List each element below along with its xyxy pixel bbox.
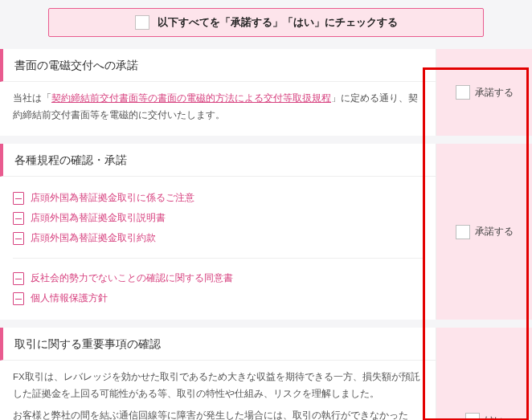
pdf-icon	[13, 292, 24, 305]
section-body: 当社は「契約締結前交付書面等の書面の電磁的方法による交付等取扱規程」に定める通り…	[0, 90, 436, 128]
pdf-icon	[13, 212, 24, 225]
divider	[13, 258, 423, 259]
approve-checkbox[interactable]	[456, 225, 470, 239]
doc-label: 個人情報保護方針	[31, 292, 108, 305]
doc-link[interactable]: 店頭外国為替証拠金取引説明書	[13, 208, 423, 228]
doc-link[interactable]: 店頭外国為替証拠金取引に係るご注意	[13, 188, 423, 208]
approve-box[interactable]: 承諾する	[436, 144, 532, 320]
doc-label: 店頭外国為替証拠金取引に係るご注意	[31, 191, 194, 205]
doc-link[interactable]: 個人情報保護方針	[13, 288, 423, 308]
yes-checkbox[interactable]	[465, 413, 480, 420]
doc-label: 店頭外国為替証拠金取引約款	[31, 231, 156, 245]
section-title: 書面の電磁交付への承諾	[0, 49, 436, 82]
yes-label: はい	[485, 414, 504, 420]
pdf-icon	[13, 232, 24, 245]
doc-link[interactable]: 店頭外国為替証拠金取引約款	[13, 228, 423, 248]
check-all-checkbox[interactable]	[135, 15, 149, 30]
pdf-icon	[13, 272, 24, 285]
doc-link[interactable]: 反社会的勢力でないことの確認に関する同意書	[13, 268, 423, 288]
para: お客様と弊社の間を結ぶ通信回線等に障害が発生した場合には、取引の執行ができなかっ…	[0, 407, 436, 420]
section-title: 各種規程の確認・承諾	[0, 144, 436, 177]
approve-checkbox[interactable]	[456, 85, 470, 100]
doc-list-a: 店頭外国為替証拠金取引に係るご注意 店頭外国為替証拠金取引説明書 店頭外国為替証…	[0, 185, 436, 251]
yes-box[interactable]: はい	[436, 328, 532, 420]
doc-list-b: 反社会的勢力でないことの確認に関する同意書 個人情報保護方針	[0, 265, 436, 312]
doc-label: 店頭外国為替証拠金取引説明書	[31, 211, 166, 225]
pdf-icon	[13, 192, 24, 205]
section-title: 取引に関する重要事項の確認	[0, 328, 436, 361]
approve-label: 承諾する	[475, 225, 514, 239]
section-electronic-delivery: 書面の電磁交付への承諾 当社は「契約締結前交付書面等の書面の電磁的方法による交付…	[0, 49, 532, 136]
approve-label: 承諾する	[475, 86, 514, 100]
check-all-label: 以下すべてを「承諾する」「はい」にチェックする	[158, 15, 398, 30]
para: FX取引は、レバレッジを効かせた取引であるため大きな収益を期待できる一方、損失額…	[0, 369, 436, 406]
section-important: 取引に関する重要事項の確認 FX取引は、レバレッジを効かせた取引であるため大きな…	[0, 328, 532, 420]
regulation-link[interactable]: 契約締結前交付書面等の書面の電磁的方法による交付等取扱規程	[51, 93, 331, 103]
text: 当社は「	[13, 93, 51, 103]
section-regulations: 各種規程の確認・承諾 店頭外国為替証拠金取引に係るご注意 店頭外国為替証拠金取引…	[0, 144, 532, 320]
approve-box[interactable]: 承諾する	[436, 49, 532, 136]
check-all-bar[interactable]: 以下すべてを「承諾する」「はい」にチェックする	[48, 8, 484, 37]
doc-label: 反社会的勢力でないことの確認に関する同意書	[31, 271, 233, 285]
